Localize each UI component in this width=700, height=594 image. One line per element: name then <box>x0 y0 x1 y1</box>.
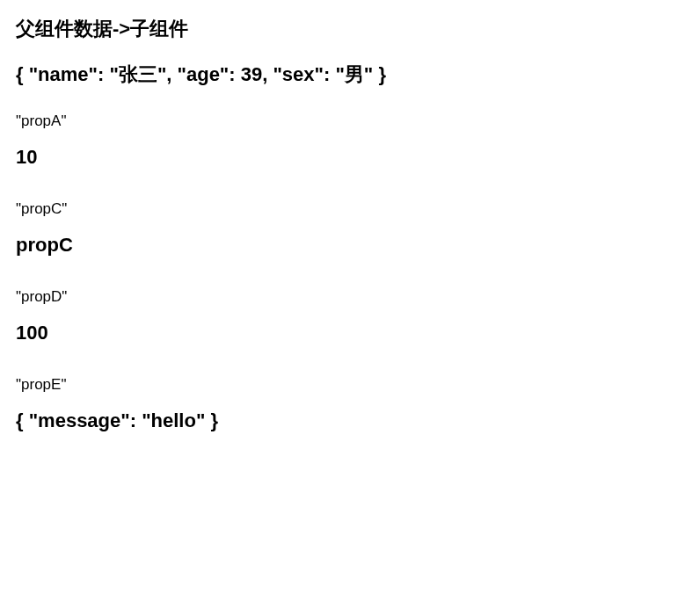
propA-value: 10 <box>16 146 684 169</box>
page-title: 父组件数据->子组件 <box>16 16 684 42</box>
propE-value: { "message": "hello" } <box>16 409 684 432</box>
propD-value: 100 <box>16 322 684 344</box>
propA-label: "propA" <box>16 112 684 130</box>
propD-label: "propD" <box>16 288 684 306</box>
propC-label: "propC" <box>16 200 684 218</box>
propE-label: "propE" <box>16 376 684 394</box>
header-object: { "name": "张三", "age": 39, "sex": "男" } <box>16 62 684 88</box>
propC-value: propC <box>16 234 684 257</box>
